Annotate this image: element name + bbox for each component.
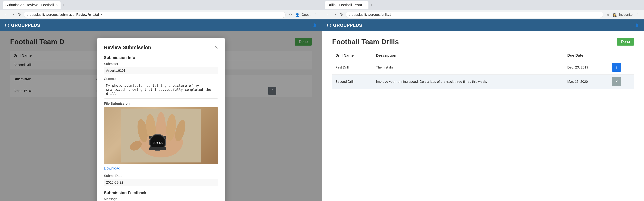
left-browser-window: Submission Review - Football ✕ + ← → ↻ ☆…	[0, 0, 322, 201]
modal-title: Review Submission	[104, 44, 151, 50]
right-user-label: Incognito	[619, 13, 632, 16]
left-forward-button[interactable]: →	[10, 12, 16, 17]
download-link[interactable]: Download	[104, 166, 218, 171]
left-user-icon: 👤	[312, 23, 317, 27]
right-page-title: Football Team Drills	[332, 38, 634, 46]
left-tab-close-icon[interactable]: ✕	[55, 3, 58, 7]
right-incognito-icon: 🕵	[613, 13, 617, 17]
right-refresh-button[interactable]: ↻	[340, 12, 344, 17]
right-col-description: Description	[373, 51, 564, 60]
hand-svg: 09:43	[121, 109, 201, 163]
submission-info-title: Submission Info	[104, 55, 218, 60]
right-table-header-row: Drill Name Description Due Date	[332, 51, 634, 60]
submitter-label: Submitter	[104, 62, 218, 66]
right-drill-name-2: Second Drill	[332, 75, 373, 89]
left-app-name: GROUPPLUS	[11, 23, 40, 28]
right-app-header: ⬡ GROUPPLUS 👤	[322, 19, 644, 31]
modal-overlay: Review Submission ✕ Submission Info Subm…	[0, 31, 322, 201]
right-tab-bar: Drills - Football Team ✕ +	[322, 0, 644, 10]
right-address-input[interactable]	[346, 12, 603, 18]
left-tab-title: Submission Review - Football	[5, 3, 54, 7]
right-user-icon: 👤	[635, 23, 639, 27]
review-submission-modal: Review Submission ✕ Submission Info Subm…	[97, 38, 225, 201]
right-drill-name-1: First Drill	[332, 60, 373, 75]
left-user-label: Guest	[302, 13, 310, 16]
left-bookmark-button[interactable]: ☆	[288, 12, 293, 17]
message-label: Message	[104, 197, 218, 201]
left-header-right: 👤	[312, 23, 317, 27]
comment-textarea[interactable]: My photo submission containing a picture…	[104, 82, 218, 98]
right-browser-window: Drills - Football Team ✕ + ← → ↻ ☆ 🕵 Inc…	[322, 0, 644, 201]
right-address-bar-row: ← → ↻ ☆ 🕵 Incognito ⋮	[322, 10, 644, 19]
submission-image: 09:43	[104, 107, 218, 164]
left-app-header: ⬡ GROUPPLUS 👤	[0, 19, 322, 31]
left-tab-bar: Submission Review - Football ✕ +	[0, 0, 322, 10]
right-drill-desc-1: The first drill	[373, 60, 564, 75]
right-upload-button-1[interactable]: ↑	[612, 63, 621, 72]
right-drill-action-2: ✓	[609, 75, 634, 89]
right-drill-due-1: Dec. 23, 2019	[564, 60, 609, 75]
right-back-button[interactable]: ←	[325, 12, 330, 17]
left-header-user: 👤	[312, 23, 317, 27]
right-page-content: Football Team Drills Done Drill Name Des…	[322, 31, 644, 201]
feedback-section-title: Submission Feedback	[104, 191, 218, 195]
left-user-badge: 👤	[295, 13, 300, 17]
right-tab-close-icon[interactable]: ✕	[363, 3, 366, 7]
right-col-due-date: Due Date	[564, 51, 609, 60]
submit-date-label: Submit Date	[104, 174, 218, 178]
left-back-button[interactable]: ←	[3, 12, 8, 17]
right-app-name: GROUPPLUS	[333, 23, 362, 28]
left-logo-icon: ⬡	[5, 23, 9, 28]
right-menu-button[interactable]: ⋮	[634, 12, 641, 17]
right-drill-action-1: ↑	[609, 60, 634, 75]
right-drill-desc-2: Improve your running speed. Do six laps …	[373, 75, 564, 89]
file-submission-label: File Submission	[104, 102, 218, 106]
right-checkmark-button-2[interactable]: ✓	[612, 77, 621, 86]
right-col-action	[609, 51, 634, 60]
left-page-content: Football Team D Done Drill Name De Due D…	[0, 31, 322, 201]
right-tab-title: Drills - Football Team	[327, 3, 362, 7]
svg-text:09:43: 09:43	[152, 141, 162, 145]
right-done-button[interactable]: Done	[617, 38, 634, 45]
right-bookmark-button[interactable]: ☆	[605, 12, 611, 17]
right-new-tab-button[interactable]: +	[369, 2, 374, 8]
modal-close-x-button[interactable]: ✕	[214, 45, 218, 50]
right-header-right: 👤	[635, 23, 639, 27]
left-refresh-button[interactable]: ↻	[18, 12, 22, 17]
right-forward-button[interactable]: →	[332, 12, 338, 17]
right-drill-row-2: Second Drill Improve your running speed.…	[332, 75, 634, 89]
right-col-drill-name: Drill Name	[332, 51, 373, 60]
hand-watch-image: 09:43	[104, 107, 218, 164]
left-address-input[interactable]	[24, 12, 286, 18]
right-header-user: 👤	[635, 23, 639, 27]
left-new-tab-button[interactable]: +	[61, 2, 66, 8]
right-drill-row-1: First Drill The first drill Dec. 23, 201…	[332, 60, 634, 75]
svg-rect-12	[149, 147, 166, 150]
submitter-input[interactable]	[104, 67, 218, 74]
left-address-bar-row: ← → ↻ ☆ 👤 Guest ⋮	[0, 10, 322, 19]
right-active-tab[interactable]: Drills - Football Team ✕	[325, 1, 368, 9]
comment-label: Comment	[104, 77, 218, 81]
right-logo-icon: ⬡	[327, 23, 331, 28]
left-menu-button[interactable]: ⋮	[312, 12, 318, 17]
left-tabs: Submission Review - Football ✕ +	[3, 1, 319, 9]
submit-date-input[interactable]	[104, 179, 218, 186]
right-drills-table: Drill Name Description Due Date First Dr…	[332, 51, 634, 89]
right-drill-due-2: Mar. 16, 2020	[564, 75, 609, 89]
modal-header: Review Submission ✕	[104, 44, 218, 50]
right-tabs: Drills - Football Team ✕ +	[325, 1, 641, 9]
left-active-tab[interactable]: Submission Review - Football ✕	[3, 1, 60, 9]
